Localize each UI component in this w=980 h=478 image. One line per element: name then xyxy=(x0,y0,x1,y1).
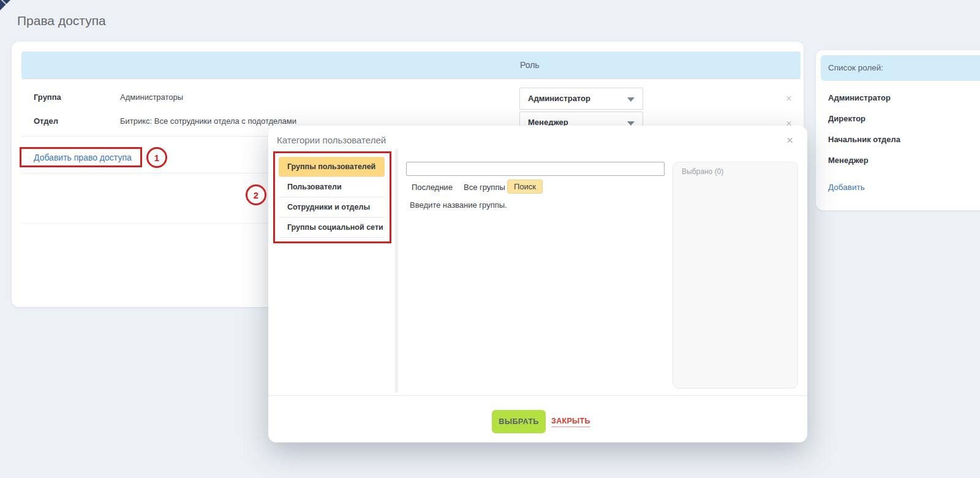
roles-header-band: Список ролей: xyxy=(821,55,980,81)
chevron-down-icon xyxy=(627,121,635,126)
tab-all-groups[interactable]: Все группы xyxy=(464,183,505,192)
tab-recent[interactable]: Последние xyxy=(412,183,453,192)
annotation-step-1: 1 xyxy=(146,147,167,168)
select-button[interactable]: ВЫБРАТЬ xyxy=(492,410,546,433)
row-subject-value: Битрикс: Все сотрудники отдела с подотде… xyxy=(120,116,296,126)
role-list-item[interactable]: Менеджер xyxy=(828,156,869,165)
add-role-link[interactable]: Добавить xyxy=(828,183,865,192)
role-dropdown-value: Администратор xyxy=(528,94,590,103)
tab-search[interactable]: Поиск xyxy=(507,180,543,194)
role-list-item[interactable]: Директор xyxy=(828,114,865,123)
group-search-input[interactable] xyxy=(406,162,665,176)
logo-corner-icon xyxy=(0,0,10,10)
header-divider xyxy=(21,78,801,79)
roles-list-title: Список ролей: xyxy=(828,63,883,72)
roles-list-card: Список ролей: Администратор Директор Нач… xyxy=(816,50,980,210)
role-list-item[interactable]: Начальник отдела xyxy=(828,135,900,144)
selected-count-label: Выбрано (0) xyxy=(682,167,723,176)
row-type-label: Отдел xyxy=(34,116,58,126)
role-column-header: Роль xyxy=(520,60,540,70)
chevron-down-icon xyxy=(627,97,635,102)
annotation-step-2: 2 xyxy=(246,184,266,205)
page-root: Права доступа Роль Группа Администраторы… xyxy=(0,0,980,478)
close-button[interactable]: ЗАКРЫТЬ xyxy=(551,417,590,427)
modal-title: Категории пользователей xyxy=(277,135,386,145)
row-subject-value: Администраторы xyxy=(120,93,183,102)
role-dropdown[interactable]: Администратор xyxy=(519,88,643,110)
menu-content-divider xyxy=(395,149,398,393)
role-list-item[interactable]: Администратор xyxy=(828,93,891,102)
remove-row-icon[interactable]: × xyxy=(786,93,792,104)
close-icon[interactable]: × xyxy=(786,134,793,146)
table-header-band: Роль xyxy=(21,51,801,78)
search-hint-text: Введите название группы. xyxy=(410,200,507,210)
annotation-rect-add-link xyxy=(20,147,142,167)
selected-items-panel: Выбрано (0) xyxy=(673,162,798,389)
page-title: Права доступа xyxy=(17,13,106,28)
annotation-rect-menu xyxy=(273,151,391,243)
modal-footer: ВЫБРАТЬ ЗАКРЫТЬ xyxy=(268,395,807,442)
row-type-label: Группа xyxy=(34,93,61,102)
